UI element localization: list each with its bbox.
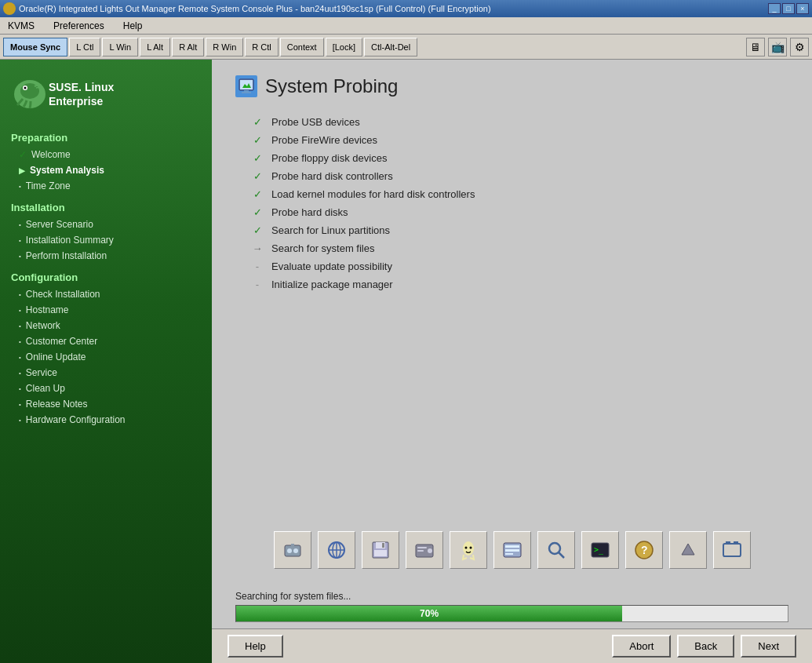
- menu-preferences[interactable]: Preferences: [49, 19, 109, 33]
- svg-rect-11: [291, 544, 294, 547]
- sidebar-item-server-scenario[interactable]: • Server Scenario: [0, 217, 212, 232]
- svg-point-31: [549, 543, 560, 554]
- r-ctl-button[interactable]: R Ctl: [245, 38, 278, 56]
- probe-status-2: ✓: [251, 152, 264, 164]
- svg-rect-7: [240, 80, 253, 89]
- sidebar-item-time-zone[interactable]: • Time Zone: [0, 178, 212, 194]
- sidebar-item-release-notes[interactable]: • Release Notes: [0, 396, 212, 412]
- svg-rect-23: [417, 550, 424, 552]
- main-layout: SUSE. Linux Enterprise Preparation ✓ Wel…: [0, 60, 812, 663]
- window-controls[interactable]: _ □ ×: [768, 3, 809, 14]
- check-installation-bullet-icon: •: [19, 291, 21, 298]
- sidebar-item-online-update[interactable]: • Online Update: [0, 349, 212, 365]
- app-icon: [3, 2, 16, 15]
- svg-rect-6: [242, 92, 251, 93]
- system-probing-icon: [235, 75, 257, 97]
- maximize-button[interactable]: □: [782, 3, 795, 14]
- svg-rect-5: [244, 90, 249, 92]
- l-win-button[interactable]: L Win: [102, 38, 138, 56]
- online-update-bullet-icon: •: [19, 354, 21, 361]
- close-button[interactable]: ×: [796, 3, 809, 14]
- page-title: System Probing: [235, 75, 788, 97]
- hardware-config-bullet-icon: •: [19, 417, 21, 424]
- sidebar-item-installation-summary[interactable]: • Installation Summary: [0, 232, 212, 248]
- monitor-icon: [238, 78, 255, 95]
- probe-item-2: ✓ Probe floppy disk devices: [251, 149, 788, 167]
- perform-installation-bullet-icon: •: [19, 253, 21, 260]
- preparation-section: Preparation: [0, 127, 212, 147]
- network-bullet-icon: •: [19, 322, 21, 330]
- probe-item-8: - Evaluate update possibility: [251, 257, 788, 275]
- probe-status-7: →: [251, 242, 264, 254]
- svg-rect-28: [505, 545, 519, 548]
- lock-button[interactable]: [Lock]: [326, 38, 362, 56]
- up-icon-btn[interactable]: [669, 531, 707, 569]
- disk-icon-btn[interactable]: [406, 531, 443, 569]
- probe-status-4: ✓: [251, 188, 264, 200]
- progress-label: 70%: [420, 608, 439, 619]
- mouse-sync-button[interactable]: Mouse Sync: [3, 38, 67, 56]
- usb-icon-btn[interactable]: [274, 531, 311, 569]
- help-button[interactable]: Help: [228, 635, 283, 658]
- sidebar-item-hardware-configuration[interactable]: • Hardware Configuration: [0, 412, 212, 428]
- probe-status-3: ✓: [251, 170, 264, 182]
- hdd-icon-btn[interactable]: [493, 531, 531, 569]
- probe-item-0: ✓ Probe USB devices: [251, 113, 788, 131]
- svg-text:>_: >_: [594, 545, 604, 555]
- sidebar-item-welcome[interactable]: ✓ Welcome: [0, 147, 212, 162]
- probe-item-1: ✓ Probe FireWire devices: [251, 131, 788, 149]
- status-area: Searching for system files... 70%: [212, 585, 812, 628]
- clean-up-bullet-icon: •: [19, 385, 21, 392]
- r-alt-button[interactable]: R Alt: [172, 38, 204, 56]
- content-area: System Probing ✓ Probe USB devices ✓ Pro…: [212, 60, 812, 663]
- help-icon-btn[interactable]: ?: [625, 531, 663, 569]
- installation-summary-bullet-icon: •: [19, 237, 21, 244]
- sidebar-item-clean-up[interactable]: • Clean Up: [0, 381, 212, 396]
- release-notes-bullet-icon: •: [19, 401, 21, 408]
- page-title-text: System Probing: [265, 75, 398, 97]
- display-icon[interactable]: 🖥: [746, 38, 765, 56]
- sidebar-item-system-analysis[interactable]: ▶ System Analysis: [0, 162, 212, 178]
- svg-point-3: [24, 87, 27, 89]
- time-zone-bullet-icon: •: [19, 183, 21, 190]
- floppy-icon-btn[interactable]: [362, 531, 399, 569]
- back-button[interactable]: Back: [677, 635, 734, 658]
- menu-help[interactable]: Help: [118, 19, 147, 33]
- hostname-bullet-icon: •: [19, 307, 21, 314]
- sidebar-item-perform-installation[interactable]: • Perform Installation: [0, 248, 212, 264]
- sidebar-item-customer-center[interactable]: • Customer Center: [0, 333, 212, 349]
- settings-icon[interactable]: ⚙: [790, 38, 809, 56]
- magnifier-icon-btn[interactable]: [537, 531, 575, 569]
- sidebar-item-check-installation[interactable]: • Check Installation: [0, 286, 212, 302]
- probe-item-3: ✓ Probe hard disk controllers: [251, 167, 788, 185]
- svg-marker-37: [682, 544, 694, 555]
- context-button[interactable]: Context: [280, 38, 324, 56]
- svg-rect-18: [382, 543, 384, 548]
- menu-kvms[interactable]: KVMS: [3, 19, 39, 33]
- sidebar-item-service[interactable]: • Service: [0, 365, 212, 381]
- window-title: Oracle(R) Integrated Lights Out Manager …: [19, 4, 768, 13]
- status-text: Searching for system files...: [235, 591, 788, 602]
- r-win-button[interactable]: R Win: [206, 38, 243, 56]
- configuration-section: Configuration: [0, 267, 212, 286]
- probe-status-1: ✓: [251, 134, 264, 146]
- abort-button[interactable]: Abort: [612, 635, 671, 658]
- sidebar-item-network[interactable]: • Network: [0, 318, 212, 333]
- sidebar-item-hostname[interactable]: • Hostname: [0, 302, 212, 318]
- terminal-icon-btn[interactable]: >_: [581, 531, 619, 569]
- linux-icon-btn[interactable]: [450, 531, 487, 569]
- svg-line-32: [559, 552, 564, 558]
- network-icon-btn[interactable]: [318, 531, 355, 569]
- l-ctl-button[interactable]: L Ctl: [69, 38, 100, 56]
- probe-item-9: - Initialize package manager: [251, 275, 788, 293]
- monitor-icon[interactable]: 📺: [768, 38, 787, 56]
- sidebar-logo-text: SUSE. Linux Enterprise: [49, 80, 114, 108]
- svg-point-10: [293, 548, 298, 553]
- minimize-button[interactable]: _: [768, 3, 781, 14]
- next-button[interactable]: Next: [741, 635, 796, 658]
- toolbar: Mouse Sync L Ctl L Win L Alt R Alt R Win…: [0, 35, 812, 60]
- ctrl-alt-del-button[interactable]: Ctl-Alt-Del: [364, 38, 417, 56]
- l-alt-button[interactable]: L Alt: [140, 38, 170, 56]
- screenshot-icon-btn[interactable]: [713, 531, 751, 569]
- svg-point-25: [464, 547, 467, 549]
